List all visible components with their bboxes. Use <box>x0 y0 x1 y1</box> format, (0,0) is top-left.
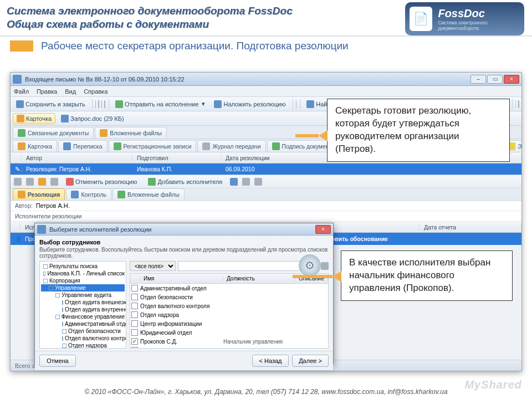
window-minimize-button[interactable]: – <box>470 75 486 84</box>
add-resolution-button[interactable]: Наложить резолюцию <box>211 99 289 109</box>
employee-checkbox[interactable] <box>131 320 138 327</box>
employee-checkbox[interactable]: ✓ <box>131 338 138 345</box>
toolbar-icon[interactable] <box>98 100 99 108</box>
tab-1[interactable]: Переписка <box>58 140 108 152</box>
tree-expand-icon[interactable] <box>62 308 63 312</box>
tree-node[interactable]: Результаты поиска <box>41 263 125 270</box>
executors-label-row: Исполнители резолюции <box>11 211 521 222</box>
tree-node[interactable]: Иванова К.П. - Личный список <box>41 270 125 277</box>
resolution-row[interactable]: ✎ Резолюция: Петров А.Н. Иванова К.П. 06… <box>11 163 521 175</box>
tab-2[interactable]: Регистрационные записи <box>109 140 197 152</box>
logo-text: FossDoc <box>438 7 524 20</box>
window-titlebar[interactable]: Входящее письмо № Вх 88-12-10 от 06.09.2… <box>11 73 521 86</box>
subtab-control[interactable]: Контроль <box>66 188 111 200</box>
toolbar-icon[interactable] <box>14 178 22 186</box>
toolbar-icon[interactable] <box>95 100 96 108</box>
tree-node[interactable]: Корпорация <box>41 277 125 284</box>
clear-search-icon[interactable] <box>321 262 329 270</box>
tab-icon <box>18 142 25 150</box>
employees-table[interactable]: Имя Должность Описание Административный … <box>130 273 329 349</box>
add-executor-button[interactable]: Добавить исполнителя <box>145 177 226 187</box>
tree-expand-icon[interactable] <box>49 286 53 290</box>
dialog-close-button[interactable]: × <box>315 225 331 234</box>
employee-row[interactable]: Отдел валютного контроля <box>130 301 328 310</box>
employee-checkbox[interactable] <box>131 347 138 349</box>
tree-expand-icon[interactable] <box>55 293 60 298</box>
tab-related-docs[interactable]: Связанные документы <box>13 127 94 139</box>
tab-3[interactable]: Журнал передачи <box>197 140 265 152</box>
toolbar-icon[interactable] <box>50 178 58 186</box>
tree-expand-icon[interactable] <box>43 264 48 269</box>
departments-tree[interactable]: Результаты поискаИванова К.П. - Личный с… <box>39 261 126 349</box>
employee-checkbox[interactable] <box>131 303 138 309</box>
resolution-icon <box>214 100 222 108</box>
menu-file[interactable]: Файл <box>14 88 29 95</box>
tab-attached-files[interactable]: Вложенные файлы <box>95 127 167 139</box>
attachment-chip[interactable]: Запрос.doc (29 КБ) <box>58 114 127 124</box>
toolbar-icon[interactable] <box>515 100 516 108</box>
employee-row[interactable]: Юридический отдел <box>130 328 328 337</box>
toolbar-icon[interactable] <box>518 100 519 108</box>
employee-row[interactable]: Отдел безопасности <box>130 293 328 301</box>
employee-checkbox[interactable] <box>131 311 138 318</box>
tree-expand-icon[interactable] <box>62 322 63 326</box>
dialog-cancel-button[interactable]: Отмена <box>39 355 76 367</box>
tab-0[interactable]: Карточка <box>13 140 57 152</box>
subtab-resolution[interactable]: Резолюция <box>13 188 65 200</box>
tree-node[interactable]: Отдел безопасности <box>41 328 125 335</box>
employee-row[interactable]: Симоненко П.Б.Секретарь <box>130 346 328 349</box>
tree-expand-icon[interactable] <box>43 279 48 283</box>
tree-node[interactable]: Административный отдел <box>41 320 125 328</box>
window-maximize-button[interactable]: ▭ <box>487 75 503 84</box>
dialog-titlebar[interactable]: Выберите исполнителей резолюции × <box>35 223 333 236</box>
employee-row[interactable]: ✓Прокопов С.Д.Начальник управления <box>130 337 328 346</box>
employee-checkbox[interactable] <box>131 285 138 291</box>
employee-row[interactable]: Отдел надзора <box>130 310 328 319</box>
search-input[interactable] <box>178 261 319 271</box>
toolbar-icon[interactable] <box>230 178 238 186</box>
employee-checkbox[interactable] <box>131 294 138 300</box>
employee-checkbox[interactable] <box>131 329 138 336</box>
search-icon <box>306 100 314 108</box>
tree-node[interactable]: Управление аудита <box>41 291 125 299</box>
employee-row[interactable]: Административный отдел <box>130 284 328 293</box>
toolbar-icon[interactable] <box>38 178 46 186</box>
toolbar-icon[interactable] <box>101 100 103 108</box>
save-close-button[interactable]: Сохранить и закрыть <box>13 99 89 109</box>
tab-card[interactable]: Карточка <box>13 113 55 124</box>
menu-view[interactable]: Вид <box>65 88 76 95</box>
toolbar-icon[interactable] <box>296 100 297 108</box>
dialog-back-button[interactable]: < Назад <box>252 355 289 367</box>
subtab-files[interactable]: Вложенные файлы <box>112 188 185 200</box>
tree-node[interactable]: Отдел аудита внутренней <box>41 306 125 313</box>
employee-row[interactable]: Центр информатизации <box>130 319 328 328</box>
send-exec-button[interactable]: Отправить на исполнение ▾ <box>112 99 208 109</box>
watermark: MyShared <box>464 378 522 391</box>
tab-icon <box>114 142 121 150</box>
tree-node[interactable]: Финансовое управление <box>41 313 125 320</box>
menu-edit[interactable]: Правка <box>37 88 57 95</box>
toolbar-icon[interactable] <box>254 178 262 186</box>
search-field-select[interactable]: <все поля> <box>130 261 176 271</box>
tree-node[interactable]: Отдел аудита внешнеэкон. <box>41 299 125 306</box>
tab-icon <box>272 142 280 150</box>
tree-node[interactable]: Отдел надзора <box>41 342 125 349</box>
tree-expand-icon[interactable] <box>43 272 45 276</box>
window-close-button[interactable]: × <box>504 75 519 84</box>
control-icon <box>71 191 79 198</box>
tree-expand-icon[interactable] <box>55 315 60 319</box>
callout-2: В качестве исполнителя выбран начальник … <box>341 250 513 301</box>
menu-help[interactable]: Справка <box>84 88 108 95</box>
tree-expand-icon[interactable] <box>62 344 66 348</box>
tree-expand-icon[interactable] <box>62 329 66 334</box>
slide-footer: © 2010 «ФОСС-Он-Лайн», г. Харьков, ул. Д… <box>0 388 532 396</box>
cancel-resolution-button[interactable]: Отменить резолюцию <box>63 177 140 187</box>
tree-node[interactable]: Управление <box>41 284 125 291</box>
toolbar-icon[interactable] <box>242 178 250 186</box>
toolbar-icon[interactable] <box>26 178 34 186</box>
tree-node[interactable]: Отдел валютного контроля <box>41 335 125 342</box>
dialog-next-button[interactable]: Далее > <box>292 355 329 367</box>
tree-expand-icon[interactable] <box>62 336 63 341</box>
toolbar-icon[interactable] <box>104 100 105 108</box>
tree-expand-icon[interactable] <box>62 300 63 305</box>
